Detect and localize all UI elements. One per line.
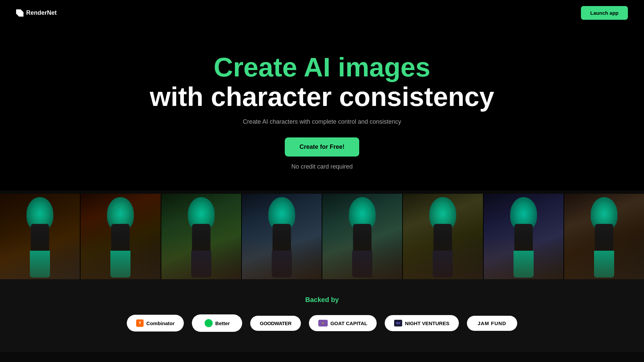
strip-image-7 [484, 194, 564, 279]
jamfund-label: JAM FUND [478, 320, 506, 326]
create-free-button[interactable]: Create for Free! [285, 137, 359, 157]
backed-by-section: Backed by Y Combinator Better GOODWATER … [0, 279, 644, 352]
logo-icon [16, 9, 23, 17]
partner-jamfund: JAM FUND [467, 316, 517, 331]
hero-section: Create AI images with character consiste… [0, 26, 644, 190]
partner-ycombinator: Y Combinator [127, 315, 184, 331]
brand-name: RenderNet [26, 9, 57, 16]
no-credit-card-text: No credit card required [16, 163, 628, 170]
strip-image-3 [161, 194, 242, 279]
strip-image-8 [564, 194, 644, 279]
navbar: RenderNet Launch app [0, 0, 644, 26]
strip-image-6 [403, 194, 483, 279]
goatcapital-label: GOAT CAPITAL [330, 320, 367, 326]
brand-logo: RenderNet [16, 9, 57, 17]
backed-by-title: Backed by [16, 296, 628, 304]
strip-image-4 [242, 194, 322, 279]
image-strip [0, 194, 644, 279]
better-icon [205, 319, 213, 327]
goodwater-label: GOODWATER [260, 320, 291, 326]
hero-headline-green: Create AI images [214, 52, 430, 82]
partner-goatcapital: 🐐 GOAT CAPITAL [309, 315, 377, 331]
partner-nightventures: NV NIGHT VENTURES [385, 315, 459, 331]
nv-icon: NV [394, 320, 402, 326]
launch-app-button[interactable]: Launch app [581, 6, 628, 20]
better-label: Better [215, 320, 230, 326]
goat-icon: 🐐 [318, 320, 328, 326]
hero-headline: Create AI images with character consiste… [16, 53, 628, 112]
strip-image-1 [0, 194, 80, 279]
yc-icon: Y [136, 319, 144, 327]
partner-goodwater: GOODWATER [250, 316, 301, 331]
yc-label: Combinator [146, 320, 174, 326]
strip-image-2 [80, 194, 161, 279]
strip-image-5 [322, 194, 403, 279]
hero-headline-white: with character consistency [150, 82, 494, 112]
nightventures-label: NIGHT VENTURES [405, 320, 449, 326]
partner-logos-row: Y Combinator Better GOODWATER 🐐 GOAT CAP… [16, 314, 628, 332]
partner-better: Better [192, 314, 242, 332]
hero-subtext: Create AI characters with complete contr… [16, 118, 628, 125]
